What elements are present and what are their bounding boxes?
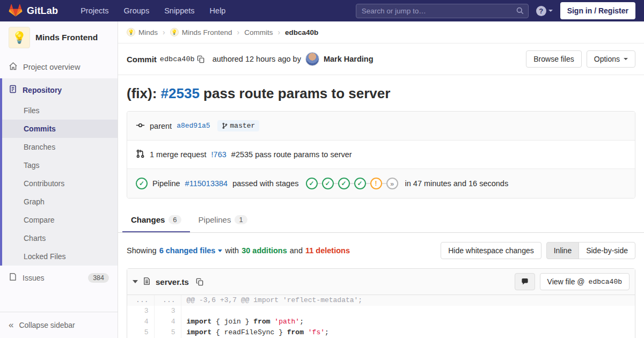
commit-info-box: parent a8ed91a5 master 1 merge request !… [127, 111, 635, 199]
gitlab-brand[interactable]: GitLab [9, 3, 58, 19]
old-line-number[interactable]: 3 [127, 306, 154, 317]
stage-passed-icon[interactable]: ✓ [354, 178, 366, 189]
parent-sha-link[interactable]: a8ed91a5 [177, 122, 210, 130]
changed-files-dropdown[interactable]: 6 changed files [159, 246, 223, 255]
help-menu[interactable]: ? [536, 6, 553, 16]
nav-groups[interactable]: Groups [124, 6, 150, 15]
sidebar-item-tags[interactable]: Tags [2, 156, 118, 174]
project-avatar-small: 💡 [170, 28, 179, 36]
pipelines-count-badge: 1 [235, 215, 247, 224]
project-context-header[interactable]: 💡 Minds Frontend [0, 21, 118, 56]
breadcrumb-commits[interactable]: Commits [244, 28, 273, 36]
search-icon[interactable] [516, 6, 524, 17]
stage-passed-icon[interactable]: ✓ [306, 178, 318, 189]
chevron-down-icon [624, 58, 628, 60]
sidebar-item-locked-files[interactable]: Locked Files [2, 247, 118, 266]
issue-link[interactable]: #2535 [161, 85, 200, 101]
sidebar-item-charts[interactable]: Charts [2, 229, 118, 247]
search-input[interactable] [356, 4, 529, 18]
global-search [356, 4, 529, 18]
sign-in-register-button[interactable]: Sign in / Register [560, 2, 635, 19]
tab-changes[interactable]: Changes 6 [122, 208, 190, 232]
breadcrumb-separator: › [163, 28, 165, 36]
primary-nav: Projects Groups Snippets Help [80, 6, 225, 15]
commit-icon [136, 121, 145, 131]
nav-snippets[interactable]: Snippets [164, 6, 194, 15]
project-sidebar: 💡 Minds Frontend Project overview Reposi… [0, 21, 118, 338]
view-mode-toggle: Inline Side-by-side [546, 242, 635, 259]
breadcrumb-minds-frontend[interactable]: 💡 Minds Frontend [170, 28, 232, 36]
file-icon [143, 277, 151, 287]
merge-request-link[interactable]: !763 [211, 150, 226, 159]
inline-view-button[interactable]: Inline [546, 242, 579, 259]
side-by-side-view-button[interactable]: Side-by-side [579, 242, 635, 259]
browse-files-button[interactable]: Browse files [526, 50, 581, 68]
collapse-sidebar-button[interactable]: « Collapse sidebar [0, 312, 118, 338]
diff-controls: Showing 6 changed files with 30 addition… [118, 233, 644, 268]
nav-projects[interactable]: Projects [80, 6, 108, 15]
top-navbar: GitLab Projects Groups Snippets Help ? S… [0, 0, 644, 21]
breadcrumb-minds[interactable]: 💡 Minds [127, 28, 158, 36]
sidebar-item-label: Repository [23, 86, 62, 94]
nav-help[interactable]: Help [210, 6, 226, 15]
stage-skipped-icon[interactable]: » [386, 178, 398, 189]
sidebar-item-contributors[interactable]: Contributors [2, 174, 118, 193]
author-avatar[interactable] [305, 52, 319, 66]
branch-ref-chip[interactable]: master [217, 120, 260, 131]
question-icon: ? [536, 6, 546, 16]
stage-passed-icon[interactable]: ✓ [322, 178, 334, 189]
diff-hunk-row: ... ... @@ -3,6 +3,7 @@ import 'reflect-… [127, 295, 635, 306]
changes-count-badge: 6 [169, 215, 181, 224]
sidebar-item-commits[interactable]: Commits [2, 120, 118, 138]
comment-icon [521, 278, 529, 286]
code-line [181, 306, 635, 317]
copy-file-path-button[interactable] [194, 277, 206, 287]
new-line-number[interactable]: 4 [154, 317, 181, 327]
new-line-number[interactable]: 5 [154, 327, 181, 338]
main-content: 💡 Minds › 💡 Minds Frontend › Commits › e… [118, 0, 644, 338]
diff-line-row: 3 3 [127, 306, 635, 317]
pipeline-duration: in 47 minutes and 16 seconds [405, 179, 509, 188]
new-line-number[interactable]: 3 [154, 306, 181, 317]
hide-whitespace-button[interactable]: Hide whitespace changes [441, 242, 541, 259]
view-file-button[interactable]: View file @ edbca40b [540, 273, 630, 290]
author-name[interactable]: Mark Harding [324, 55, 374, 63]
commit-tabs: Changes 6 Pipelines 1 [118, 208, 644, 233]
hunk-header: @@ -3,6 +3,7 @@ import 'reflect-metadata… [181, 295, 635, 306]
pipeline-row: ✓ Pipeline #115013384 passed with stages… [127, 168, 635, 198]
options-dropdown-button[interactable]: Options [587, 50, 635, 68]
sidebar-item-issues[interactable]: Issues 384 [0, 266, 118, 290]
pipeline-status-text: passed with stages [232, 179, 298, 188]
sidebar-item-repository[interactable]: Repository [2, 78, 118, 101]
stage-passed-icon[interactable]: ✓ [338, 178, 350, 189]
gitlab-tanuki-logo-icon [9, 3, 23, 19]
old-line-number[interactable]: 4 [127, 317, 154, 327]
sidebar-item-project-overview[interactable]: Project overview [0, 56, 118, 78]
sidebar-item-files[interactable]: Files [2, 101, 118, 120]
collapse-chevrons-icon: « [9, 320, 13, 330]
collapse-file-caret-icon[interactable] [133, 280, 138, 283]
copy-icon [196, 278, 204, 286]
breadcrumb: 💡 Minds › 💡 Minds Frontend › Commits › e… [118, 21, 644, 43]
sidebar-item-graph[interactable]: Graph [2, 193, 118, 211]
sidebar-section-repository: Repository Files Commits Branches Tags C… [0, 78, 118, 266]
copy-sha-button[interactable] [195, 54, 207, 64]
merge-request-row: 1 merge request !763 #2535 pass route pa… [127, 140, 635, 168]
branch-icon [222, 122, 228, 129]
parent-row: parent a8ed91a5 master [127, 112, 635, 140]
diff-line-row: 4 4 import { join } from 'path'; [127, 317, 635, 327]
tab-pipelines[interactable]: Pipelines 1 [190, 208, 256, 232]
toggle-comments-button[interactable] [515, 273, 535, 290]
sidebar-item-compare[interactable]: Compare [2, 211, 118, 229]
file-name[interactable]: server.ts [156, 277, 189, 286]
diff-stats: Showing 6 changed files with 30 addition… [127, 246, 350, 255]
merge-request-title: #2535 pass route params to server [231, 150, 352, 159]
issues-icon [9, 273, 17, 283]
sidebar-item-branches[interactable]: Branches [2, 138, 118, 156]
project-avatar: 💡 [9, 27, 30, 48]
additions-count: 30 additions [241, 246, 287, 255]
stage-warning-icon[interactable]: ! [370, 178, 382, 189]
issues-count-badge: 384 [88, 273, 109, 283]
pipeline-id-link[interactable]: #115013384 [185, 179, 228, 188]
old-line-number[interactable]: 5 [127, 327, 154, 338]
